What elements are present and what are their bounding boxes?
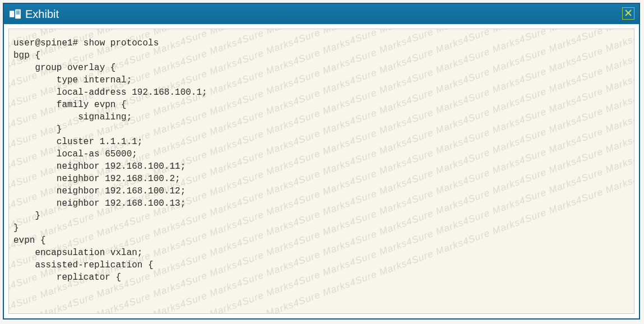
svg-rect-4 xyxy=(16,13,20,14)
content-wrapper: Marks4Sure Marks4Sure Marks4Sure Marks4S… xyxy=(4,24,639,318)
terminal-output: user@spine1# show protocols bgp { group … xyxy=(13,37,629,284)
svg-rect-3 xyxy=(16,12,20,13)
exhibit-content[interactable]: Marks4Sure Marks4Sure Marks4Sure Marks4S… xyxy=(8,29,634,314)
exhibit-window: Exhibit Marks4Sure Marks4Sure Marks4Sure… xyxy=(3,3,640,320)
window-title: Exhibit xyxy=(25,8,59,21)
close-button[interactable] xyxy=(622,7,634,20)
svg-rect-0 xyxy=(10,11,14,17)
close-icon xyxy=(625,10,632,16)
exhibit-icon xyxy=(10,9,21,19)
svg-rect-2 xyxy=(16,11,20,11)
titlebar: Exhibit xyxy=(4,4,639,24)
